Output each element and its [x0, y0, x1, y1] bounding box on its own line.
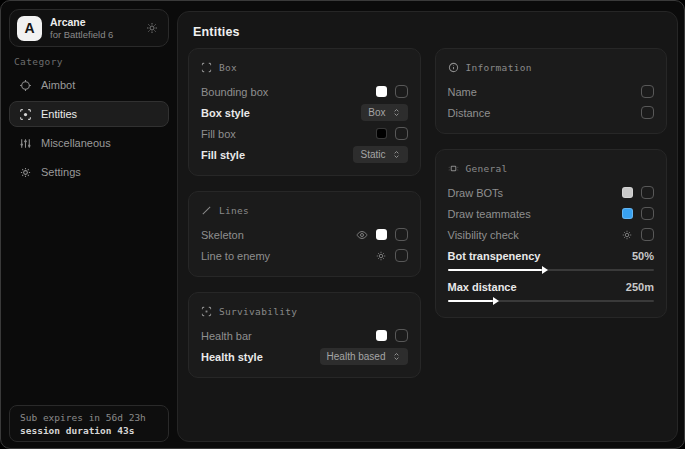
card-title: Lines [219, 205, 249, 216]
dropdown-value: Box [368, 107, 385, 118]
sidebar-item-label: Miscellaneous [41, 137, 111, 149]
fill-box-checkbox[interactable] [395, 127, 408, 140]
chevrons-up-down-icon [392, 108, 401, 117]
dropdown-value: Health based [327, 351, 386, 362]
app-avatar: A [17, 16, 42, 41]
setting-label: Box style [201, 107, 250, 119]
sidebar-nav: Aimbot Entities [9, 72, 169, 185]
setting-label: Draw BOTs [448, 187, 504, 199]
app-window: A Arcane for Battlefield 6 Category [0, 0, 685, 449]
scan-brackets-icon [201, 62, 212, 73]
page-title: Entities [193, 25, 240, 39]
health-bar-checkbox[interactable] [395, 329, 408, 342]
app-logo-card: A Arcane for Battlefield 6 [9, 9, 169, 47]
setting-label: Name [448, 86, 477, 98]
app-name: Arcane [50, 16, 146, 29]
setting-label: Bounding box [201, 86, 268, 98]
name-checkbox[interactable] [641, 85, 654, 98]
grid-box-icon [448, 163, 459, 174]
max-distance-slider[interactable] [448, 300, 655, 302]
setting-row-fill-box: Fill box [201, 123, 408, 144]
setting-label: Visibility check [448, 229, 519, 241]
setting-label: Health style [201, 351, 263, 363]
setting-row-draw-teammates: Draw teammates [448, 203, 655, 224]
gear-icon[interactable] [621, 229, 633, 241]
main-panel: Entities Box Bounding box [177, 11, 678, 442]
setting-row-max-distance: Max distance 250m [448, 276, 655, 307]
setting-row-fill-style: Fill style Static [201, 144, 408, 165]
app-subtitle: for Battlefield 6 [50, 29, 146, 41]
card-title: Survivability [219, 306, 297, 317]
setting-row-draw-bots: Draw BOTs [448, 182, 655, 203]
survivability-card: Survivability Health bar Health style He… [188, 292, 421, 378]
right-column: Information Name Distance [435, 48, 668, 378]
app-identity: Arcane for Battlefield 6 [50, 16, 146, 41]
bounding-box-checkbox[interactable] [395, 85, 408, 98]
chevrons-up-down-icon [392, 352, 401, 361]
setting-label: Skeleton [201, 229, 244, 241]
slider-fill[interactable] [448, 300, 493, 302]
setting-row-bounding-box: Bounding box [201, 81, 408, 102]
setting-row-box-style: Box style Box [201, 102, 408, 123]
sliders-icon [19, 137, 32, 150]
color-swatch[interactable] [622, 208, 633, 219]
setting-label: Fill style [201, 149, 245, 161]
slider-value: 50% [632, 250, 654, 262]
setting-label: Line to enemy [201, 250, 270, 262]
setting-row-visibility-check: Visibility check [448, 224, 655, 245]
general-card: General Draw BOTs Draw teammates [435, 149, 668, 318]
bot-transparency-slider[interactable] [448, 269, 655, 271]
draw-teammates-checkbox[interactable] [641, 207, 654, 220]
gear-icon[interactable] [375, 250, 387, 262]
information-card-header: Information [448, 58, 655, 76]
draw-bots-checkbox[interactable] [641, 186, 654, 199]
sidebar-item-settings[interactable]: Settings [9, 159, 169, 185]
card-title: Information [466, 62, 532, 73]
sidebar-item-entities[interactable]: Entities [9, 101, 169, 127]
slider-fill[interactable] [448, 269, 543, 271]
setting-row-line-to-enemy: Line to enemy [201, 245, 408, 266]
setting-label: Draw teammates [448, 208, 531, 220]
diagonal-line-icon [201, 205, 212, 216]
lines-card: Lines Skeleton [188, 191, 421, 277]
sidebar-item-label: Entities [41, 108, 77, 120]
box-card: Box Bounding box Box style Box [188, 48, 421, 176]
gear-icon [19, 166, 32, 179]
left-column: Box Bounding box Box style Box [188, 48, 421, 378]
setting-label: Fill box [201, 128, 236, 140]
sidebar-item-miscellaneous[interactable]: Miscellaneous [9, 130, 169, 156]
setting-row-health-style: Health style Health based [201, 346, 408, 367]
setting-row-bot-transparency: Bot transpenency 50% [448, 245, 655, 276]
crosshair-icon [19, 79, 32, 92]
color-swatch[interactable] [622, 187, 633, 198]
chevrons-up-down-icon [392, 150, 401, 159]
survivability-card-header: Survivability [201, 302, 408, 320]
box-style-dropdown[interactable]: Box [361, 104, 407, 121]
fill-style-dropdown[interactable]: Static [353, 146, 407, 163]
sidebar: A Arcane for Battlefield 6 Category [1, 1, 177, 448]
settings-columns: Box Bounding box Box style Box [188, 48, 667, 378]
skeleton-checkbox[interactable] [395, 228, 408, 241]
setting-label: Distance [448, 107, 491, 119]
color-swatch[interactable] [376, 330, 387, 341]
card-title: Box [219, 62, 237, 73]
color-swatch[interactable] [376, 229, 387, 240]
setting-row-health-bar: Health bar [201, 325, 408, 346]
entity-scan-icon [19, 108, 32, 121]
dropdown-value: Static [360, 149, 385, 160]
distance-checkbox[interactable] [641, 106, 654, 119]
color-swatch[interactable] [376, 128, 387, 139]
health-style-dropdown[interactable]: Health based [320, 348, 408, 365]
sub-expiry-text: Sub expires in 56d 23h [20, 411, 158, 424]
gear-icon[interactable] [146, 22, 158, 34]
line-to-enemy-checkbox[interactable] [395, 249, 408, 262]
color-swatch[interactable] [376, 86, 387, 97]
session-duration-text: session duration 43s [20, 424, 158, 437]
category-label: Category [14, 56, 63, 67]
card-title: General [466, 163, 508, 174]
eye-icon[interactable] [356, 229, 368, 241]
information-card: Information Name Distance [435, 48, 668, 134]
sidebar-item-aimbot[interactable]: Aimbot [9, 72, 169, 98]
lines-card-header: Lines [201, 201, 408, 219]
visibility-check-checkbox[interactable] [641, 228, 654, 241]
